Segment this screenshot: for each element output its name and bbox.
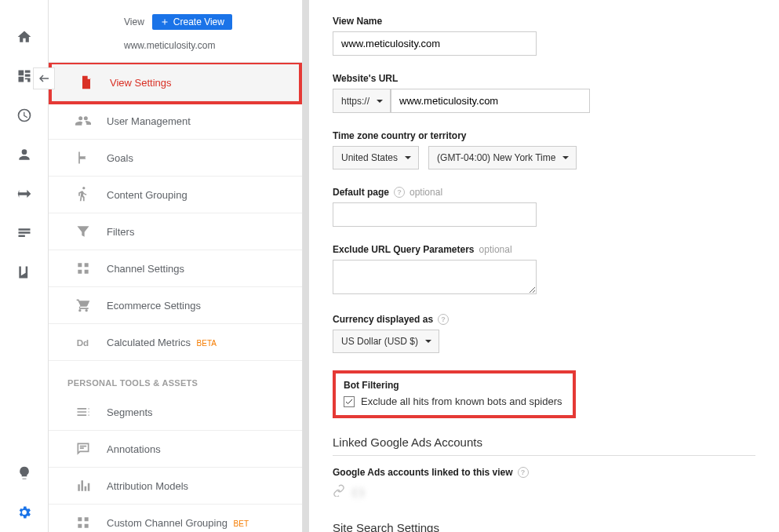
nav-goals-label: Goals [107,152,133,164]
bot-filtering-highlight: Bot Filtering Exclude all hits from know… [333,370,576,418]
nav-annotations[interactable]: Annotations [49,431,302,468]
default-page-input[interactable] [333,202,537,227]
nav-custom-channel-grouping[interactable]: Custom Channel Grouping BET [49,505,302,532]
filter-icon [67,224,99,239]
nav-ecommerce-settings-label: Ecommerce Settings [107,300,201,312]
nav-content-grouping-label: Content Grouping [107,189,187,201]
nav-acquisition[interactable] [0,174,49,213]
svg-text:Dd: Dd [77,337,89,348]
running-icon [67,187,99,202]
scroll-track[interactable] [303,0,309,532]
create-view-button[interactable]: Create View [152,14,232,30]
ads-account-redacted: ( ) [353,486,364,497]
bot-checkbox-label: Exclude all hits from known bots and spi… [361,395,562,407]
currency-label: Currency displayed as [333,314,433,325]
main-content: View Name Website's URL https:// Time zo… [309,0,779,532]
help-icon[interactable]: ? [518,467,529,478]
annotations-icon [67,441,99,457]
nav-content-grouping[interactable]: Content Grouping [49,177,302,213]
nav-ecommerce-settings[interactable]: Ecommerce Settings [49,287,302,324]
nav-user-management-label: User Management [107,115,191,127]
grid-icon [67,515,99,530]
view-name-input[interactable] [333,31,537,56]
nav-attribution-models[interactable]: Attribution Models [49,468,302,505]
cart-icon [67,297,99,313]
nav-segments[interactable]: Segments [49,394,302,431]
nav-channel-settings-label: Channel Settings [107,263,184,275]
personal-section-header: PERSONAL TOOLS & ASSETS [49,361,302,394]
nav-user-management[interactable]: User Management [49,103,302,140]
nav-audience[interactable] [0,135,49,174]
exclude-params-input[interactable] [333,260,537,294]
site-search-title: Site Search Settings [333,521,755,532]
settings-nav: View Create View www.meticulosity.com Vi… [49,0,303,532]
nav-discover[interactable] [0,454,49,493]
link-icon [333,484,345,499]
site-name: www.meticulosity.com [49,36,302,63]
nav-calculated-metrics[interactable]: Dd Calculated Metrics BETA [49,324,302,361]
help-icon[interactable]: ? [438,314,449,325]
nav-filters[interactable]: Filters [49,213,302,250]
beta-badge: BETA [197,339,217,348]
bars-icon [67,478,99,494]
exclude-params-label: Exclude URL Query Parameters [333,244,475,255]
nav-segments-label: Segments [107,406,153,418]
nav-custom-channel-grouping-label: Custom Channel Grouping [107,517,228,529]
nav-view-settings[interactable]: View Settings [52,64,299,101]
tz-country-dropdown[interactable]: United States [333,146,419,169]
bot-checkbox[interactable] [344,396,355,407]
bot-filtering-label: Bot Filtering [344,380,565,391]
view-name-label: View Name [333,16,755,27]
nav-conversions[interactable] [0,253,49,292]
website-url-input[interactable] [391,89,590,113]
view-label: View [124,16,144,27]
default-page-label: Default page [333,187,389,198]
nav-home[interactable] [0,17,49,56]
nav-annotations-label: Annotations [107,443,161,455]
optional-label-2: optional [479,244,512,255]
file-icon [71,75,102,90]
optional-label: optional [410,187,442,198]
timezone-label: Time zone country or territory [333,130,755,141]
nav-attribution-models-label: Attribution Models [107,480,188,492]
nav-view-settings-label: View Settings [110,77,172,89]
segments-icon [67,404,99,420]
tz-zone-dropdown[interactable]: (GMT-04:00) New York Time [428,146,577,169]
help-icon[interactable]: ? [394,187,405,198]
nav-behavior[interactable] [0,213,49,253]
nav-filters-label: Filters [107,226,134,238]
back-button[interactable] [33,67,55,89]
nav-calculated-metrics-label: Calculated Metrics [107,337,191,348]
create-view-label: Create View [173,16,224,27]
nav-realtime[interactable] [0,96,49,135]
flag-icon [67,150,99,166]
nav-channel-settings[interactable]: Channel Settings [49,250,302,287]
protocol-dropdown[interactable]: https:// [333,89,391,113]
nav-admin[interactable] [0,493,49,532]
currency-dropdown[interactable]: US Dollar (USD $) [333,330,439,353]
beta-badge-2: BET [234,519,249,528]
nav-goals[interactable]: Goals [49,140,302,177]
linked-ads-title: Linked Google Ads Accounts [333,435,755,456]
linked-ads-sub: Google Ads accounts linked to this view [333,467,513,478]
highlight-view-settings: View Settings [49,63,302,104]
people-icon [67,113,99,129]
website-url-label: Website's URL [333,73,755,84]
channel-icon [67,261,99,276]
dd-icon: Dd [67,334,99,350]
